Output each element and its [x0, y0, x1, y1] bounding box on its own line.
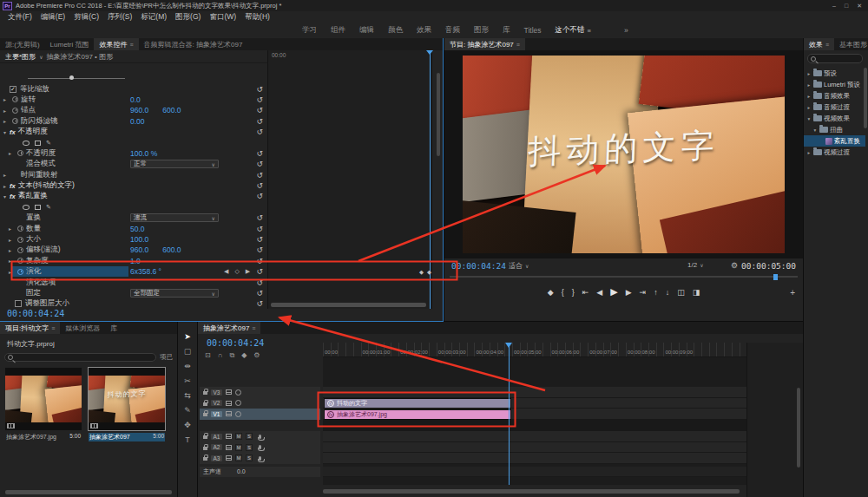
- twirl-icon[interactable]: ▸: [806, 150, 812, 155]
- track-header-v1[interactable]: V1: [200, 409, 320, 420]
- stopwatch-icon[interactable]: [17, 247, 23, 253]
- track-lock-icon[interactable]: [203, 457, 207, 461]
- toggle-track-output-icon[interactable]: [235, 389, 241, 396]
- effects-bin-item[interactable]: ▸音频过渡: [804, 101, 865, 113]
- scrollbar[interactable]: [797, 388, 800, 468]
- track-header-v2[interactable]: V2: [200, 398, 320, 409]
- program-scrubber[interactable]: [450, 274, 798, 280]
- reset-parameter-icon[interactable]: ↺: [256, 181, 263, 190]
- mute-button[interactable]: M: [235, 444, 242, 451]
- twirl-icon[interactable]: ▸: [5, 237, 15, 243]
- panel-tab[interactable]: Lumetri 范围: [45, 38, 95, 50]
- stopwatch-icon[interactable]: [12, 108, 18, 114]
- play-button[interactable]: ▶: [610, 286, 617, 298]
- workspace-tab[interactable]: 这个不错≡: [549, 25, 598, 36]
- track-lock-icon[interactable]: [203, 402, 207, 406]
- effects-search-input[interactable]: [807, 54, 863, 63]
- track-target-button[interactable]: V1: [211, 411, 222, 417]
- panel-menu-icon[interactable]: ≡: [129, 42, 133, 48]
- reset-parameter-icon[interactable]: ↺: [256, 245, 263, 254]
- timeline-clip[interactable]: fx抽象涂艺术097.jpg: [324, 409, 511, 420]
- panel-menu-icon[interactable]: ≡: [516, 42, 520, 48]
- keyframe-icon[interactable]: ◆: [427, 269, 431, 276]
- scrollbar[interactable]: [437, 73, 440, 156]
- playback-resolution-select[interactable]: 1/2 ∨: [687, 261, 704, 269]
- twirl-icon[interactable]: ▸: [806, 94, 812, 99]
- voiceover-record-icon[interactable]: [259, 456, 261, 461]
- reset-parameter-icon[interactable]: ↺: [256, 235, 263, 244]
- property-value[interactable]: 100.0 %: [130, 149, 157, 158]
- effects-bin-item[interactable]: ▸音频效果: [804, 90, 865, 101]
- sync-lock-icon[interactable]: [226, 389, 232, 395]
- track-lock-icon[interactable]: [203, 435, 207, 439]
- reset-parameter-icon[interactable]: ↺: [256, 149, 263, 158]
- scrollbar[interactable]: [323, 489, 740, 494]
- property-value[interactable]: 1.0: [130, 257, 141, 265]
- mute-button[interactable]: M: [235, 433, 242, 440]
- timeline-clip[interactable]: fx抖动的文字: [324, 398, 511, 409]
- reset-parameter-icon[interactable]: ↺: [256, 117, 263, 126]
- track-target-button[interactable]: A2: [211, 444, 222, 450]
- effects-bin-item[interactable]: ▸视频过渡: [804, 147, 865, 158]
- track-target-button[interactable]: A3: [211, 455, 222, 461]
- project-item[interactable]: 抖动的文字抽象涂艺术0975:00: [89, 368, 165, 441]
- property-value[interactable]: 600.0: [162, 245, 181, 254]
- selection-tool[interactable]: ➤: [184, 332, 191, 341]
- workspace-overflow-icon[interactable]: »: [624, 26, 628, 35]
- button-editor-add[interactable]: +: [790, 288, 795, 298]
- mask-pen-icon[interactable]: ✎: [46, 140, 51, 147]
- dropdown[interactable]: 正常∨: [130, 160, 219, 168]
- track-lock-icon[interactable]: [203, 391, 207, 395]
- sync-lock-icon[interactable]: [226, 411, 232, 416]
- checkbox[interactable]: [15, 300, 22, 307]
- stopwatch-icon[interactable]: [17, 237, 23, 243]
- track-select-tool[interactable]: ▢: [184, 347, 192, 356]
- solo-button[interactable]: S: [246, 454, 253, 461]
- effect-controls-current-time[interactable]: 00:00:04:24: [7, 309, 64, 318]
- menu-item[interactable]: 文件(F): [3, 12, 36, 23]
- twirl-icon[interactable]: ▸: [0, 108, 10, 114]
- twirl-icon[interactable]: ▾: [0, 193, 10, 199]
- track-header-a2[interactable]: A2MS: [200, 442, 320, 454]
- twirl-icon[interactable]: ▸: [0, 118, 10, 124]
- twirl-icon[interactable]: ▸: [5, 226, 15, 232]
- panel-tab[interactable]: 源:(无剪辑): [0, 38, 45, 50]
- twirl-icon[interactable]: ▾: [0, 129, 10, 135]
- comparison-view-button[interactable]: ◨: [693, 288, 700, 297]
- scrollbar[interactable]: [5, 490, 172, 494]
- step-back-button[interactable]: ◀: [596, 288, 602, 297]
- timeline-playhead[interactable]: [509, 344, 510, 485]
- track-lane[interactable]: [323, 442, 746, 454]
- menu-item[interactable]: 编辑(E): [36, 12, 69, 23]
- extract-button[interactable]: ↓: [666, 288, 670, 297]
- master-track-header[interactable]: 主声道0.0: [200, 467, 320, 478]
- timeline-ruler[interactable]: 00:0000:00:01:0000:00:02:0000:00:03:0000…: [323, 343, 746, 357]
- panel-tab[interactable]: 节目: 抽象涂艺术097≡: [444, 38, 525, 50]
- panel-tab[interactable]: 项目:抖动文字≡: [0, 322, 60, 334]
- solo-button[interactable]: S: [246, 444, 253, 451]
- add-keyframe-icon[interactable]: ◇: [234, 268, 239, 275]
- value-slider[interactable]: [28, 78, 125, 79]
- workspace-tab[interactable]: 效果: [410, 25, 438, 36]
- stopwatch-icon[interactable]: [17, 150, 23, 156]
- property-value[interactable]: 960.0: [130, 106, 148, 114]
- settings-wrench-icon[interactable]: ⚙: [731, 261, 738, 270]
- go-to-out-button[interactable]: ⇥: [640, 288, 647, 297]
- mask-ellipse-icon[interactable]: [23, 205, 30, 210]
- panel-tab[interactable]: 媒体浏览器: [60, 322, 105, 334]
- track-lock-icon[interactable]: [203, 447, 207, 450]
- mask-rect-icon[interactable]: [35, 141, 41, 146]
- close-button[interactable]: ✕: [857, 3, 862, 10]
- twirl-icon[interactable]: ▸: [5, 258, 15, 264]
- export-frame-button[interactable]: ◫: [677, 288, 685, 297]
- keyframe-icon[interactable]: ◆: [419, 269, 424, 276]
- timeline-settings[interactable]: ⚙: [253, 351, 260, 360]
- panel-tab[interactable]: 音频剪辑混合器: 抽象涂艺术097: [139, 38, 248, 50]
- slip-tool[interactable]: ⇆: [184, 391, 191, 400]
- twirl-icon[interactable]: ▸: [806, 82, 812, 88]
- voiceover-record-icon[interactable]: [259, 435, 261, 439]
- reset-parameter-icon[interactable]: ↺: [256, 278, 263, 287]
- panel-menu-icon[interactable]: ≡: [825, 42, 829, 48]
- scrubber-playhead[interactable]: [773, 274, 778, 280]
- sync-lock-icon[interactable]: [226, 455, 232, 461]
